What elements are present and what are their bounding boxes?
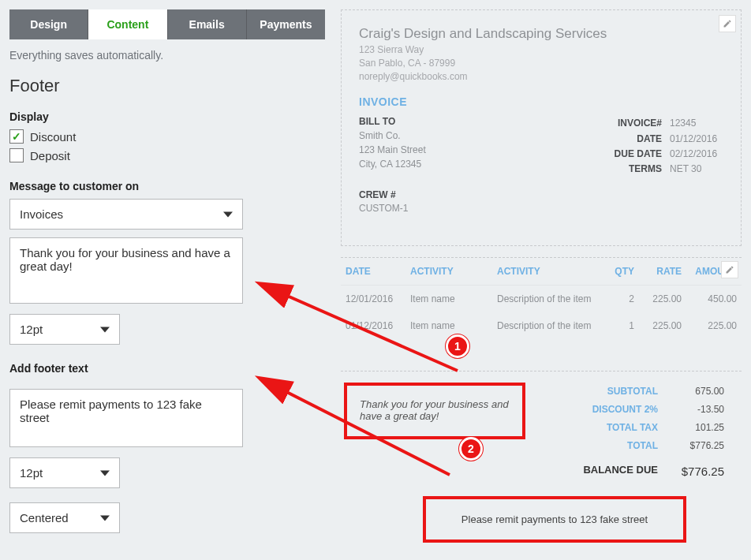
auto-save-hint: Everything saves automatically. bbox=[9, 49, 325, 62]
meta-terms-k: TERMS bbox=[574, 162, 662, 177]
company-name: Craig's Design and Landscaping Services bbox=[359, 26, 723, 42]
message-form-select-value: Invoices bbox=[20, 207, 63, 221]
billto-label: BILL TO bbox=[359, 116, 574, 127]
footer-text-textarea[interactable] bbox=[9, 389, 243, 447]
footer-align-value: Centered bbox=[20, 511, 69, 525]
preview-footer-highlight: Please remit payments to 123 fake street bbox=[423, 496, 686, 543]
meta-due-v: 02/12/2016 bbox=[662, 147, 723, 162]
total-v: $776.25 bbox=[669, 437, 724, 455]
col-activity: ACTIVITY bbox=[405, 258, 492, 286]
footer-font-size-select[interactable]: 12pt bbox=[9, 457, 120, 488]
preview-message-highlight: Thank you for your business and have a g… bbox=[344, 383, 525, 439]
meta-invoice-k: INVOICE# bbox=[574, 116, 662, 131]
chevron-down-icon bbox=[100, 327, 110, 332]
chevron-down-icon bbox=[100, 470, 110, 476]
discount-checkbox-label: Discount bbox=[30, 130, 76, 144]
deposit-checkbox-label: Deposit bbox=[30, 149, 70, 162]
deposit-checkbox[interactable] bbox=[9, 148, 24, 162]
callout-two: 2 bbox=[459, 437, 483, 461]
pencil-icon bbox=[723, 19, 732, 28]
company-addr1: 123 Sierra Way bbox=[359, 43, 723, 57]
balance-v: $776.25 bbox=[669, 461, 724, 483]
message-font-size-select[interactable]: 12pt bbox=[9, 314, 120, 345]
table-row: 01/12/2016 Item name Description of the … bbox=[341, 312, 742, 339]
subtotal-k: SUBTOTAL bbox=[541, 383, 669, 401]
col-desc: ACTIVITY bbox=[492, 258, 607, 286]
invoice-label: INVOICE bbox=[359, 95, 723, 108]
pencil-icon bbox=[725, 265, 734, 274]
meta-due-k: DUE DATE bbox=[574, 147, 662, 162]
tab-emails[interactable]: Emails bbox=[168, 9, 247, 39]
discount-k: DISCOUNT 2% bbox=[541, 401, 669, 419]
callout-one: 1 bbox=[446, 334, 469, 358]
tab-content[interactable]: Content bbox=[88, 9, 167, 39]
tax-k: TOTAL TAX bbox=[541, 419, 669, 437]
tab-payments[interactable]: Payments bbox=[247, 9, 325, 39]
customer-message-textarea[interactable] bbox=[9, 237, 243, 304]
table-row: 12/01/2016 Item name Description of the … bbox=[341, 286, 742, 313]
col-date: DATE bbox=[341, 258, 405, 286]
message-form-select[interactable]: Invoices bbox=[9, 199, 243, 230]
meta-date-k: DATE bbox=[574, 132, 662, 147]
company-email: noreply@quickbooks.com bbox=[359, 70, 723, 84]
total-k: TOTAL bbox=[541, 437, 669, 455]
add-footer-text-label: Add footer text bbox=[9, 362, 325, 375]
discount-v: -13.50 bbox=[669, 401, 724, 419]
chevron-down-icon bbox=[223, 211, 233, 217]
edit-header-button[interactable] bbox=[719, 15, 736, 32]
footer-heading: Footer bbox=[9, 76, 325, 96]
company-addr2: San Pablo, CA - 87999 bbox=[359, 57, 723, 70]
crew-value: CUSTOM-1 bbox=[359, 203, 723, 214]
subtotal-v: 675.00 bbox=[669, 383, 724, 401]
preview-footer-text: Please remit payments to 123 fake street bbox=[461, 513, 648, 525]
line-items-table: DATE ACTIVITY ACTIVITY QTY RATE AMOUNT 1… bbox=[341, 258, 742, 371]
edit-table-button[interactable] bbox=[721, 261, 738, 278]
billto-line2: 123 Main Street bbox=[359, 143, 574, 157]
invoice-preview: Craig's Design and Landscaping Services … bbox=[341, 9, 742, 246]
meta-invoice-v: 12345 bbox=[662, 116, 723, 131]
tax-v: 101.25 bbox=[669, 419, 724, 437]
meta-date-v: 01/12/2016 bbox=[662, 132, 723, 147]
tab-design[interactable]: Design bbox=[9, 9, 88, 39]
footer-font-size-value: 12pt bbox=[20, 466, 43, 480]
message-to-customer-label: Message to customer on bbox=[9, 180, 325, 192]
billto-line1: Smith Co. bbox=[359, 129, 574, 143]
preview-customer-message: Thank you for your business and have a g… bbox=[355, 394, 514, 427]
col-qty: QTY bbox=[607, 258, 639, 286]
footer-align-select[interactable]: Centered bbox=[9, 502, 120, 533]
display-label: Display bbox=[9, 110, 325, 123]
discount-checkbox[interactable] bbox=[9, 129, 24, 144]
col-rate: RATE bbox=[639, 258, 686, 286]
meta-terms-v: NET 30 bbox=[662, 162, 723, 177]
message-font-size-value: 12pt bbox=[20, 323, 43, 336]
billto-line3: City, CA 12345 bbox=[359, 157, 574, 171]
chevron-down-icon bbox=[100, 515, 110, 521]
balance-k: BALANCE DUE bbox=[541, 461, 669, 483]
crew-label: CREW # bbox=[359, 189, 723, 200]
